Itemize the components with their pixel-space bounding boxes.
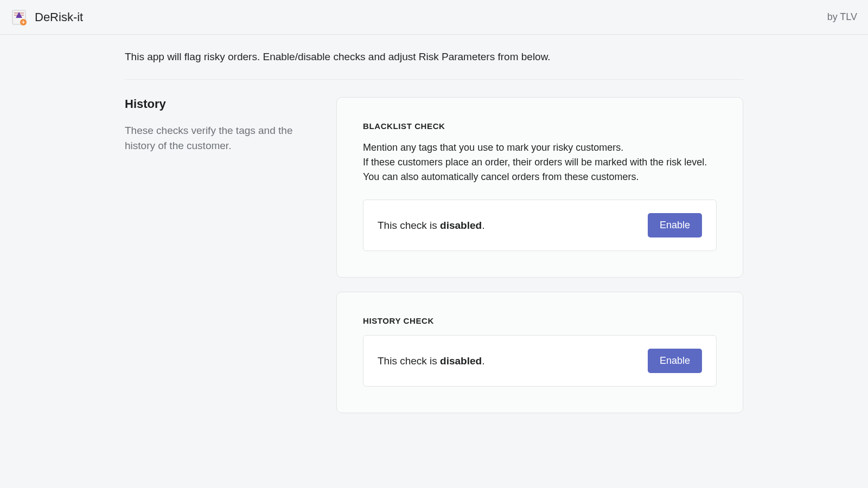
app-title: DeRisk-it — [35, 10, 83, 24]
blacklist-enable-button[interactable]: Enable — [648, 213, 702, 237]
section-cards: BLACKLIST CHECK Mention any tags that yo… — [336, 97, 743, 413]
section-title: History — [125, 97, 320, 111]
app-logo-icon — [11, 9, 27, 25]
blacklist-check-description: Mention any tags that you use to mark yo… — [363, 140, 717, 184]
status-word: disabled — [440, 355, 482, 367]
intro-text: This app will flag risky orders. Enable/… — [125, 51, 743, 80]
status-prefix: This check is — [378, 355, 440, 367]
status-prefix: This check is — [378, 220, 440, 231]
blacklist-status-box: This check is disabled. Enable — [363, 200, 717, 251]
blacklist-desc-line1: Mention any tags that you use to mark yo… — [363, 142, 623, 153]
header-byline: by TLV — [827, 11, 857, 23]
blacklist-desc-line2: If these customers place an order, their… — [363, 157, 707, 168]
status-word: disabled — [440, 220, 482, 231]
status-suffix: . — [482, 220, 484, 231]
history-check-heading: HISTORY CHECK — [363, 316, 717, 325]
history-section: History These checks verify the tags and… — [125, 97, 743, 413]
status-suffix: . — [482, 355, 484, 367]
history-check-card: HISTORY CHECK This check is disabled. En… — [336, 292, 743, 413]
blacklist-check-card: BLACKLIST CHECK Mention any tags that yo… — [336, 97, 743, 278]
section-description: These checks verify the tags and the his… — [125, 123, 320, 153]
header-left: DeRisk-it — [11, 9, 83, 25]
history-status-text: This check is disabled. — [378, 355, 484, 367]
section-sidebar: History These checks verify the tags and… — [125, 97, 320, 413]
history-status-box: This check is disabled. Enable — [363, 335, 717, 387]
blacklist-status-text: This check is disabled. — [378, 220, 484, 232]
blacklist-desc-line3: You can also automatically cancel orders… — [363, 171, 639, 182]
blacklist-check-heading: BLACKLIST CHECK — [363, 121, 717, 131]
history-enable-button[interactable]: Enable — [648, 349, 702, 373]
main-content: This app will flag risky orders. Enable/… — [125, 35, 743, 413]
app-header: DeRisk-it by TLV — [0, 0, 868, 35]
